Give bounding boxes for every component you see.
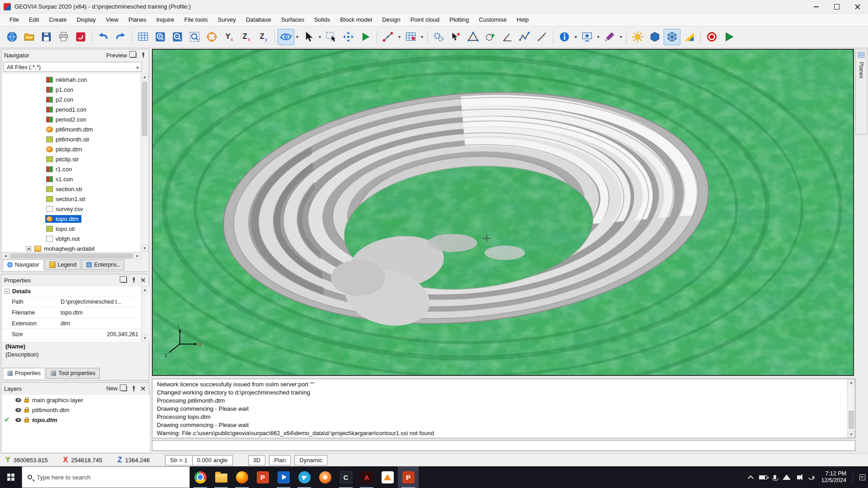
taskbar-media-player[interactable] xyxy=(273,466,294,488)
angle-field[interactable]: 0.000 angle xyxy=(193,455,233,465)
view-grid-icon[interactable] xyxy=(135,29,151,45)
open-file-icon[interactable] xyxy=(21,29,38,45)
select-cursor-icon[interactable] xyxy=(300,29,317,45)
properties-tab[interactable]: Properties xyxy=(3,368,45,379)
maximize-button[interactable] xyxy=(826,0,847,14)
tree-item[interactable]: mohaghegh-ardabil xyxy=(2,244,141,252)
dropdown-arrow[interactable] xyxy=(295,29,300,45)
tree-item[interactable]: topo.str xyxy=(2,224,141,234)
menu-item[interactable]: Surfaces xyxy=(276,14,309,25)
taskbar-code-app[interactable] xyxy=(335,466,356,488)
zoom-in-icon[interactable] xyxy=(152,29,169,45)
command-input[interactable] xyxy=(152,440,855,451)
graphics-viewport[interactable]: x y z xyxy=(152,49,854,376)
sun-lighting-icon[interactable] xyxy=(629,29,646,45)
collapse-icon[interactable] xyxy=(5,289,9,294)
apply-run-icon[interactable] xyxy=(357,29,374,45)
menu-item[interactable]: Block model xyxy=(335,14,377,25)
hexagon-solid-icon[interactable] xyxy=(646,29,663,45)
record-icon[interactable] xyxy=(703,29,720,45)
tree-item[interactable]: r1.con xyxy=(2,164,141,174)
file-filter-dropdown[interactable]: All Files (.*.*) xyxy=(4,62,142,72)
tree-item[interactable]: pitclip.str xyxy=(2,154,141,164)
preview-display-icon[interactable] xyxy=(579,29,595,45)
menu-item[interactable]: Plotting xyxy=(444,14,474,25)
lock-icon[interactable] xyxy=(24,399,29,403)
taskbar-powerpoint[interactable] xyxy=(252,466,273,488)
scrollbar-thumb[interactable] xyxy=(849,411,854,429)
select-window-icon[interactable] xyxy=(323,29,340,45)
tree-item[interactable]: survey.csv xyxy=(2,204,141,214)
pan-icon[interactable] xyxy=(340,29,357,45)
menu-item[interactable]: Customise xyxy=(474,14,511,25)
dropdown-arrow[interactable] xyxy=(573,29,578,45)
tree-horizontal-scrollbar[interactable] xyxy=(2,252,141,259)
layer-row[interactable]: topo.dtm xyxy=(2,415,149,425)
language-indicator[interactable]: ف xyxy=(808,474,815,481)
tree-vertical-scrollbar[interactable] xyxy=(141,74,148,252)
scrollbar-thumb[interactable] xyxy=(142,82,147,136)
taskbar-browser-orange[interactable] xyxy=(315,466,335,488)
save-icon[interactable] xyxy=(38,29,55,45)
close-button[interactable] xyxy=(847,0,868,14)
tree-item[interactable]: period2.con xyxy=(2,114,141,124)
property-row[interactable]: Filename topo.dtm xyxy=(2,307,149,318)
notification-center-icon[interactable] xyxy=(859,474,865,480)
pin-pane-icon[interactable] xyxy=(131,277,137,283)
menu-item[interactable]: Create xyxy=(44,14,71,25)
menu-item[interactable]: File tools xyxy=(179,14,212,25)
taskbar-file-explorer[interactable] xyxy=(211,466,231,488)
scroll-up-icon[interactable] xyxy=(848,379,855,386)
zoom-out-icon[interactable] xyxy=(169,29,186,45)
dropdown-arrow[interactable] xyxy=(397,29,402,45)
menu-item[interactable]: File xyxy=(5,14,24,25)
scroll-up-icon[interactable] xyxy=(142,286,148,293)
menu-item[interactable]: Planes xyxy=(123,14,151,25)
microphone-icon[interactable] xyxy=(774,475,776,479)
menu-item[interactable]: Survey xyxy=(213,14,241,25)
property-row[interactable]: Extension dtm xyxy=(2,318,149,329)
redo-icon[interactable] xyxy=(112,29,129,45)
view-axis-zx-icon[interactable]: Zx xyxy=(238,29,255,45)
scroll-down-icon[interactable] xyxy=(848,431,855,438)
string-number-field[interactable]: Str = 1 xyxy=(165,455,193,465)
planes-side-tab[interactable]: Planes xyxy=(855,49,867,135)
info-icon[interactable] xyxy=(556,29,573,45)
float-pane-icon[interactable] xyxy=(131,52,137,58)
triangulate-icon[interactable] xyxy=(465,29,481,45)
lock-icon[interactable] xyxy=(24,409,29,413)
tree-item[interactable]: pitclip.dtm xyxy=(2,144,141,154)
world-icon[interactable] xyxy=(4,29,20,45)
grid-edit-icon[interactable] xyxy=(402,29,419,45)
scroll-up-icon[interactable] xyxy=(141,74,148,80)
center-view-icon[interactable] xyxy=(203,29,220,45)
battery-icon[interactable] xyxy=(759,475,767,479)
scroll-down-icon[interactable] xyxy=(142,335,148,342)
orbit-rotate-icon[interactable] xyxy=(278,29,294,45)
navigator-tab[interactable]: Legend xyxy=(45,259,81,270)
minimize-button[interactable] xyxy=(806,0,826,14)
property-row[interactable]: Path D:\project\minesched t... xyxy=(2,296,149,307)
view-axis-y-icon[interactable]: Yx xyxy=(221,29,237,45)
scroll-left-icon[interactable] xyxy=(2,253,9,259)
properties-scrollbar[interactable] xyxy=(141,286,148,342)
scroll-down-icon[interactable] xyxy=(141,245,148,252)
undo-icon[interactable] xyxy=(95,29,112,45)
new-layer-button[interactable]: New xyxy=(106,385,118,392)
scrollbar-thumb[interactable] xyxy=(10,253,133,258)
pin-pane-icon[interactable] xyxy=(140,52,146,58)
dropdown-arrow[interactable] xyxy=(618,29,623,45)
polyline-nodes-icon[interactable] xyxy=(516,29,533,45)
taskbar-search[interactable]: Type here to search xyxy=(22,466,190,488)
menu-item[interactable]: Point cloud xyxy=(406,14,444,25)
close-pane-icon[interactable] xyxy=(140,277,146,283)
taskbar-telegram[interactable] xyxy=(294,466,315,488)
menu-item[interactable]: Solids xyxy=(309,14,335,25)
taskbar-adobe[interactable] xyxy=(356,466,377,488)
dassault-3ds-icon[interactable] xyxy=(72,29,89,45)
navigator-tab[interactable]: Navigator xyxy=(3,259,44,270)
menu-item[interactable]: Display xyxy=(71,14,101,25)
zoom-window-icon[interactable] xyxy=(186,29,203,45)
message-log[interactable]: Network licence successfully issued from… xyxy=(152,379,855,438)
dropdown-arrow[interactable] xyxy=(317,29,322,45)
